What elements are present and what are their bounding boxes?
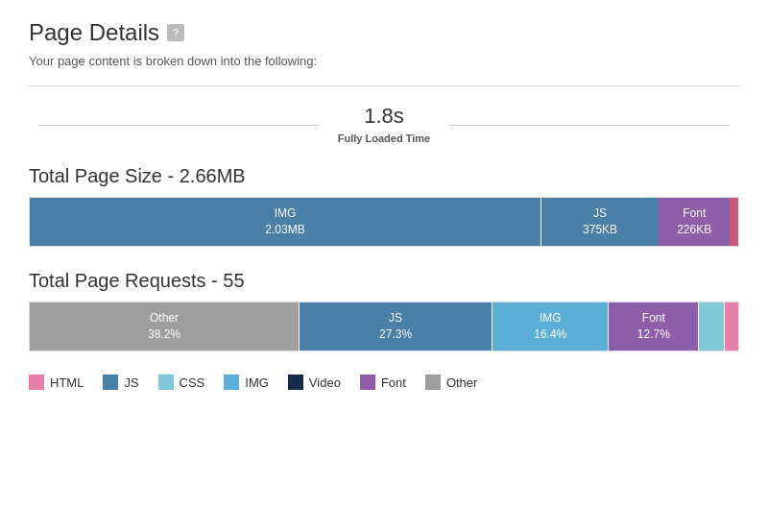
size-bar-container: IMG2.03MBJS375KBFont226KB — [29, 197, 739, 247]
legend-label: HTML — [50, 375, 84, 390]
timeline-label: Fully Loaded Time — [338, 133, 430, 144]
legend-item: CSS — [158, 375, 205, 390]
legend-swatch — [224, 375, 239, 390]
legend-swatch — [425, 375, 441, 390]
help-badge[interactable]: ? — [167, 24, 184, 41]
timeline-line-left — [38, 125, 319, 126]
subtitle: Your page content is broken down into th… — [29, 54, 739, 68]
size-bar-segment: Font226KB — [659, 198, 730, 246]
legend-item: Other — [425, 375, 478, 390]
page-title-row: Page Details ? — [29, 19, 739, 46]
legend-label: JS — [124, 375, 138, 390]
legend-swatch — [158, 375, 174, 390]
size-bar-segment — [730, 198, 738, 246]
legend-label: Video — [309, 375, 341, 390]
legend-item: Video — [288, 375, 341, 390]
legend-label: IMG — [245, 375, 269, 390]
size-section-title: Total Page Size - 2.66MB — [29, 165, 739, 187]
legend-label: Other — [446, 375, 478, 390]
legend-item: HTML — [29, 375, 84, 390]
timeline-row: 1.8s Fully Loaded Time — [29, 104, 739, 146]
requests-bar-segment: JS27.3% — [299, 302, 492, 351]
requests-bar-segment — [724, 302, 738, 351]
size-bar-segment: IMG2.03MB — [30, 198, 540, 246]
requests-bar-segment — [698, 302, 724, 351]
legend: HTMLJSCSSIMGVideoFontOther — [29, 375, 739, 390]
divider — [29, 85, 739, 86]
size-bar-segment: JS375KB — [540, 198, 659, 246]
timeline-center: 1.8s Fully Loaded Time — [319, 104, 449, 146]
legend-swatch — [360, 375, 375, 390]
requests-bar-segment: Other38.2% — [30, 302, 299, 351]
requests-bar-container: Other38.2%JS27.3%IMG16.4%Font12.7% — [29, 302, 739, 351]
page-title: Page Details — [29, 19, 159, 46]
requests-bar-segment: IMG16.4% — [492, 302, 608, 351]
legend-item: JS — [103, 375, 138, 390]
requests-section-title: Total Page Requests - 55 — [29, 270, 739, 292]
legend-label: CSS — [180, 375, 205, 390]
timeline-value: 1.8s — [338, 104, 430, 129]
timeline-line-right — [449, 125, 730, 126]
requests-bar-segment: Font12.7% — [608, 302, 698, 351]
legend-item: Font — [360, 375, 406, 390]
legend-item: IMG — [224, 375, 269, 390]
legend-swatch — [103, 375, 118, 390]
legend-swatch — [29, 375, 44, 390]
legend-swatch — [288, 375, 303, 390]
legend-label: Font — [381, 375, 406, 390]
